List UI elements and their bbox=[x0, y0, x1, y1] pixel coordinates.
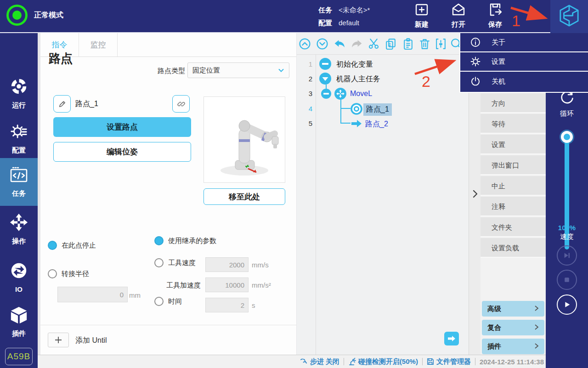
collision-status[interactable]: 碰撞检测开启(50%) bbox=[348, 357, 418, 366]
new-file-icon bbox=[414, 2, 430, 19]
speed-slider-handle[interactable] bbox=[561, 131, 573, 143]
tree-node-waypoint1[interactable]: 路点_1 bbox=[363, 103, 392, 116]
line-number: 1 bbox=[299, 60, 312, 68]
menu-item-wait[interactable]: 等待 bbox=[481, 114, 546, 134]
collapse-node-icon[interactable] bbox=[321, 89, 331, 101]
loop-toggle[interactable]: 循环 bbox=[546, 89, 588, 118]
dropdown-item-settings[interactable]: 设置 bbox=[460, 52, 588, 72]
tree-node-main-task[interactable]: 机器人主任务 bbox=[336, 74, 380, 84]
link-waypoint-button[interactable] bbox=[172, 95, 190, 113]
plugin-cube-icon bbox=[9, 306, 28, 326]
cut-button[interactable] bbox=[366, 36, 381, 51]
paste-button[interactable] bbox=[400, 36, 416, 51]
chevron-right-icon bbox=[472, 189, 478, 198]
time-radio[interactable]: 时间 bbox=[154, 297, 182, 306]
menu-item-composite[interactable]: 复合 bbox=[482, 320, 544, 335]
file-manager-button[interactable]: 文件管理器 bbox=[427, 357, 471, 366]
sidebar-item-io[interactable]: IO bbox=[0, 256, 38, 298]
inherit-params-radio[interactable]: 使用继承的参数 bbox=[154, 236, 216, 245]
tree-node-init-vars[interactable]: 初始化变量 bbox=[336, 60, 373, 69]
tool-speed-input[interactable] bbox=[205, 257, 249, 272]
collapse-node-icon[interactable] bbox=[319, 58, 331, 72]
mode-indicator[interactable]: 正常模式 bbox=[6, 5, 63, 26]
menu-item-plugin[interactable]: 插件 bbox=[482, 339, 544, 354]
sidebar-item-label: 任务 bbox=[12, 189, 26, 198]
radio-icon bbox=[154, 258, 164, 267]
edit-pose-button[interactable]: 编辑位姿 bbox=[53, 142, 191, 162]
open-task-button[interactable]: 打开 bbox=[442, 2, 475, 32]
set-waypoint-button[interactable]: 设置路点 bbox=[53, 117, 191, 137]
sidebar-item-operate[interactable]: 操作 bbox=[0, 209, 38, 250]
sidebar-item-plugin[interactable]: 插件 bbox=[0, 301, 38, 343]
undo-button[interactable] bbox=[332, 36, 347, 51]
tool-speed-radio[interactable]: 工具速度 bbox=[154, 258, 196, 267]
copy-button[interactable] bbox=[383, 36, 398, 51]
rename-waypoint-button[interactable] bbox=[53, 95, 71, 113]
menu-item-folder[interactable]: 文件夹 bbox=[481, 217, 546, 237]
stop-here-radio[interactable]: 在此点停止 bbox=[48, 241, 96, 250]
step-mode-label: 步进 关闭 bbox=[310, 357, 339, 366]
open-folder-icon bbox=[451, 2, 466, 19]
task-name-value: <未命名>* bbox=[339, 6, 370, 14]
robot-arm-image bbox=[204, 97, 286, 183]
move-up-button[interactable] bbox=[297, 36, 312, 51]
waypoint-type-select[interactable]: 固定位置 bbox=[187, 62, 289, 78]
file-manager-icon bbox=[427, 358, 434, 365]
menu-item-direction[interactable]: 方向 bbox=[481, 93, 546, 113]
tree-node-waypoint2[interactable]: 路点_2 bbox=[365, 119, 388, 129]
waypoint-panel: 指令 监控 路点 路点类型 固定位置 路点_1 设置路点 编辑位姿 bbox=[40, 33, 296, 355]
tool-speed-unit: mm/s bbox=[252, 261, 269, 269]
line-number: 5 bbox=[299, 119, 312, 127]
step-mode-status[interactable]: 步进 关闭 bbox=[300, 357, 339, 366]
movel-node-icon bbox=[334, 88, 346, 102]
menu-item-advanced[interactable]: 高级 bbox=[482, 301, 544, 317]
menu-item-comment[interactable]: 注释 bbox=[481, 197, 546, 216]
menu-item-payload[interactable]: 设置负载 bbox=[481, 238, 546, 258]
time-input[interactable] bbox=[205, 298, 249, 312]
tree-toolbar bbox=[297, 33, 469, 55]
divider bbox=[40, 325, 296, 325]
menu-item-set[interactable]: 设置 bbox=[481, 135, 546, 154]
sidebar-item-label: 运行 bbox=[12, 101, 26, 110]
sidebar-item-run[interactable]: 运行 bbox=[0, 73, 38, 114]
plus-icon bbox=[54, 336, 62, 344]
move-down-button[interactable] bbox=[314, 36, 330, 51]
sidebar-item-config[interactable]: 配置 bbox=[0, 118, 38, 159]
menu-item-abort[interactable]: 中止 bbox=[481, 176, 546, 196]
collapse-button[interactable] bbox=[433, 36, 448, 51]
sidebar-item-task[interactable]: 任务 bbox=[0, 158, 38, 206]
save-task-button[interactable]: 保存 bbox=[479, 2, 512, 32]
divider bbox=[344, 358, 344, 365]
redo-button[interactable] bbox=[349, 36, 364, 51]
task-info: 任务<未命名>* 配置default bbox=[318, 4, 370, 29]
add-until-button[interactable] bbox=[48, 333, 69, 347]
menu-item-popup[interactable]: 弹出窗口 bbox=[481, 155, 546, 175]
inherit-params-label: 使用继承的参数 bbox=[168, 237, 216, 245]
step-next-button[interactable] bbox=[557, 245, 577, 266]
scroll-to-current-button[interactable] bbox=[444, 332, 459, 345]
open-task-label: 打开 bbox=[452, 20, 465, 29]
copy-icon bbox=[384, 38, 397, 50]
tree-node-movel[interactable]: MoveL bbox=[350, 90, 372, 98]
speed-label: 速度 bbox=[546, 232, 588, 241]
blend-radius-radio[interactable]: 转接半径 bbox=[48, 269, 89, 278]
expand-node-icon[interactable] bbox=[319, 73, 331, 86]
blend-radius-input[interactable] bbox=[57, 287, 128, 302]
app-menu-button[interactable] bbox=[550, 0, 588, 33]
dropdown-item-about[interactable]: 关于 bbox=[460, 33, 588, 52]
play-button[interactable] bbox=[557, 294, 577, 315]
task-code-icon bbox=[9, 166, 29, 186]
tool-accel-input[interactable] bbox=[205, 277, 249, 292]
line-number: 2 bbox=[299, 75, 312, 83]
stop-here-label: 在此点停止 bbox=[62, 241, 96, 250]
add-until-label: 添加 Until bbox=[75, 336, 107, 345]
dropdown-item-shutdown[interactable]: 关机 bbox=[460, 72, 588, 91]
stop-button[interactable] bbox=[557, 270, 577, 290]
new-task-button[interactable]: 新建 bbox=[405, 2, 438, 32]
tab-monitor[interactable]: 监控 bbox=[79, 33, 118, 57]
delete-button[interactable] bbox=[417, 36, 432, 51]
chevron-right-icon bbox=[534, 343, 539, 351]
move-here-button[interactable]: 移至此处 bbox=[204, 188, 285, 205]
radio-selected-icon bbox=[48, 241, 57, 250]
status-light-icon bbox=[6, 5, 28, 26]
